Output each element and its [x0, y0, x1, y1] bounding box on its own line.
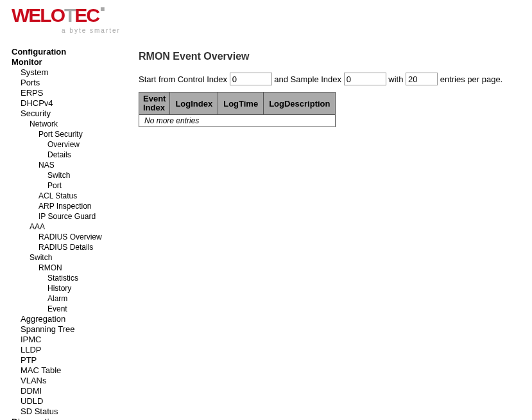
- header: WELOTEC■ a byte smarter: [0, 0, 532, 37]
- nav-udld[interactable]: UDLD: [12, 396, 128, 407]
- nav-rmon-alarm[interactable]: Alarm: [12, 293, 128, 304]
- control-index-input[interactable]: [230, 73, 272, 85]
- nav-diagnostics[interactable]: Diagnostics: [12, 417, 128, 420]
- logo-dot-icon: ■: [100, 4, 103, 13]
- logo-pre: WELO: [12, 4, 64, 26]
- logo-wordmark: WELOTEC■: [12, 6, 102, 28]
- entries-label: entries per page.: [440, 74, 503, 84]
- logo-tagline: a byte smarter: [62, 27, 121, 34]
- nav-monitor[interactable]: Monitor: [12, 57, 128, 67]
- nav-rmon-event[interactable]: Event: [12, 304, 128, 314]
- nav-dhcpv4[interactable]: DHCPv4: [12, 98, 128, 109]
- col-event-index-line1: Event: [143, 94, 166, 103]
- nav-rmon-statistics[interactable]: Statistics: [12, 273, 128, 283]
- no-entries-cell: No more entries: [139, 115, 336, 127]
- with-label: with: [388, 74, 403, 84]
- main-content: RMON Event Overview Start from Control I…: [128, 37, 532, 420]
- table-empty-row: No more entries: [139, 115, 336, 127]
- page-title: RMON Event Overview: [139, 51, 532, 62]
- col-event-index-line2: Index: [143, 103, 165, 112]
- nav-arp-inspection[interactable]: ARP Inspection: [12, 201, 128, 211]
- nav-nas-port[interactable]: Port: [12, 180, 128, 191]
- nav-network[interactable]: Network: [12, 119, 128, 129]
- logo: WELOTEC■ a byte smarter: [12, 6, 532, 34]
- and-sample-label: and Sample Index: [274, 74, 341, 84]
- nav-ddmi[interactable]: DDMI: [12, 386, 128, 396]
- nav-security[interactable]: Security: [12, 109, 128, 119]
- col-log-description: LogDescription: [264, 92, 336, 115]
- entries-per-page-input[interactable]: [406, 73, 438, 85]
- nav-radius-details[interactable]: RADIUS Details: [12, 242, 128, 252]
- nav-aggregation[interactable]: Aggregation: [12, 314, 128, 324]
- nav-ipmc[interactable]: IPMC: [12, 335, 128, 345]
- filter-controls: Start from Control Index and Sample Inde…: [139, 73, 532, 85]
- nav-port-security[interactable]: Port Security: [12, 129, 128, 139]
- sidebar: Configuration Monitor System Ports ERPS …: [0, 37, 128, 420]
- logo-post: EC: [74, 4, 99, 26]
- nav-lldp[interactable]: LLDP: [12, 345, 128, 355]
- table-header-row: Event Index LogIndex LogTime LogDescript…: [139, 92, 336, 115]
- event-table: Event Index LogIndex LogTime LogDescript…: [139, 92, 336, 127]
- nav-spanning-tree[interactable]: Spanning Tree: [12, 324, 128, 335]
- nav-sd-status[interactable]: SD Status: [12, 407, 128, 417]
- sample-index-input[interactable]: [344, 73, 386, 85]
- start-from-label: Start from Control Index: [139, 74, 227, 84]
- nav-radius-overview[interactable]: RADIUS Overview: [12, 232, 128, 242]
- col-event-index: Event Index: [139, 92, 170, 115]
- nav-port-security-details[interactable]: Details: [12, 150, 128, 160]
- nav-nas-switch[interactable]: Switch: [12, 170, 128, 180]
- nav-system[interactable]: System: [12, 67, 128, 78]
- nav-ports[interactable]: Ports: [12, 78, 128, 88]
- nav-nas[interactable]: NAS: [12, 160, 128, 170]
- nav-ptp[interactable]: PTP: [12, 355, 128, 365]
- nav-aaa[interactable]: AAA: [12, 222, 128, 232]
- nav-rmon-history[interactable]: History: [12, 283, 128, 293]
- nav-vlans[interactable]: VLANs: [12, 376, 128, 386]
- logo-t: T: [64, 4, 74, 26]
- nav-ip-source-guard[interactable]: IP Source Guard: [12, 211, 128, 222]
- nav-rmon[interactable]: RMON: [12, 263, 128, 273]
- nav-mac-table[interactable]: MAC Table: [12, 365, 128, 376]
- nav-port-security-overview[interactable]: Overview: [12, 139, 128, 150]
- nav-erps[interactable]: ERPS: [12, 88, 128, 98]
- col-log-time: LogTime: [218, 92, 264, 115]
- nav-configuration[interactable]: Configuration: [12, 47, 128, 57]
- col-log-index: LogIndex: [170, 92, 218, 115]
- nav-switch[interactable]: Switch: [12, 252, 128, 263]
- nav-acl-status[interactable]: ACL Status: [12, 191, 128, 201]
